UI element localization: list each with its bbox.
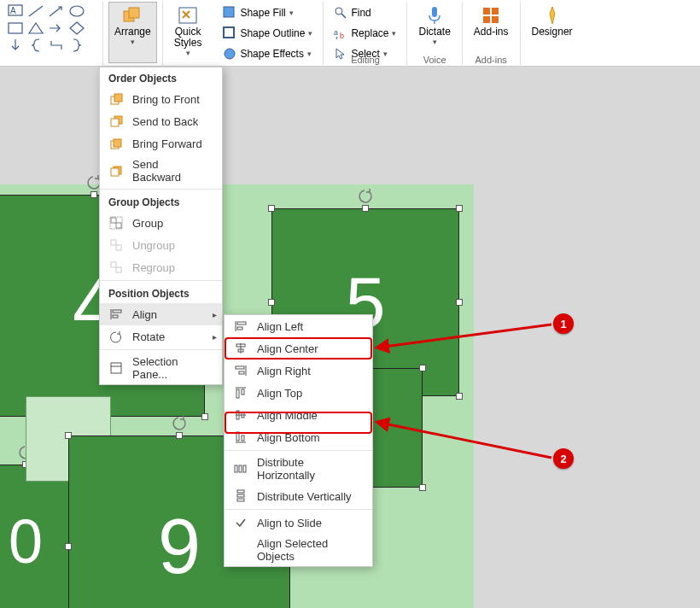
shape-outline-button[interactable]: Shape Outline ▾ bbox=[221, 24, 314, 43]
svg-rect-20 bbox=[483, 8, 490, 15]
menu-item-align-left[interactable]: Align Left bbox=[225, 315, 372, 337]
arrow-right-icon[interactable] bbox=[48, 20, 67, 36]
svg-rect-40 bbox=[113, 310, 121, 313]
align-submenu: Align Left Align Center Align Right Alig… bbox=[224, 314, 373, 567]
svg-rect-38 bbox=[116, 267, 121, 272]
selection-handle[interactable] bbox=[268, 299, 275, 306]
rotate-handle-icon[interactable] bbox=[171, 415, 188, 432]
svg-rect-67 bbox=[237, 499, 244, 501]
svg-rect-18 bbox=[432, 7, 437, 17]
group-label-editing: Editing bbox=[324, 55, 406, 65]
rotate-handle-icon[interactable] bbox=[357, 188, 374, 205]
menu-item-bring-forward[interactable]: Bring Forward bbox=[100, 132, 222, 155]
menu-item-align-middle[interactable]: Align Middle bbox=[225, 404, 372, 426]
menu-item-regroup: Regroup bbox=[100, 256, 222, 278]
ribbon: A Arrange ▾ Quick S bbox=[0, 0, 700, 67]
line-icon[interactable] bbox=[27, 3, 46, 19]
rect-icon[interactable] bbox=[7, 20, 26, 36]
brace-right-icon[interactable] bbox=[68, 38, 87, 53]
menu-item-align-top[interactable]: Align Top bbox=[225, 382, 372, 404]
regroup-icon bbox=[108, 260, 124, 275]
menu-item-align-center[interactable]: Align Center bbox=[225, 337, 372, 360]
svg-rect-41 bbox=[113, 315, 118, 318]
find-button[interactable]: Find bbox=[332, 3, 398, 22]
selection-handle[interactable] bbox=[176, 432, 183, 439]
menu-item-align-bottom[interactable]: Align Bottom bbox=[225, 426, 372, 448]
svg-rect-25 bbox=[114, 94, 122, 102]
chevron-down-icon: ▾ bbox=[131, 38, 135, 46]
svg-rect-27 bbox=[111, 119, 119, 126]
group-icon bbox=[108, 215, 124, 231]
menu-item-rotate[interactable]: Rotate ▸ bbox=[100, 325, 222, 348]
selection-handle[interactable] bbox=[65, 432, 72, 439]
shape-fill-button[interactable]: Shape Fill ▾ bbox=[221, 3, 314, 22]
svg-rect-35 bbox=[111, 240, 116, 245]
addins-button[interactable]: Add-ins bbox=[468, 2, 515, 53]
arrange-menu: Order Objects Bring to Front Send to Bac… bbox=[99, 67, 223, 385]
selection-handle[interactable] bbox=[65, 543, 72, 550]
menu-item-align-selected-objects[interactable]: Align Selected Objects bbox=[225, 534, 372, 566]
menu-item-distribute-vertically[interactable]: Distribute Vertically bbox=[225, 485, 372, 507]
connector-icon[interactable] bbox=[48, 38, 67, 53]
svg-text:a: a bbox=[334, 28, 338, 37]
oval-icon[interactable] bbox=[68, 3, 87, 19]
text-box-icon[interactable]: A bbox=[7, 3, 26, 19]
menu-item-send-backward[interactable]: Send Backward bbox=[100, 155, 222, 187]
svg-point-14 bbox=[335, 8, 342, 15]
svg-rect-23 bbox=[492, 16, 499, 23]
distribute-v-icon bbox=[233, 488, 248, 504]
svg-text:b: b bbox=[340, 32, 344, 40]
shape-fill-icon bbox=[223, 6, 236, 20]
selection-handle[interactable] bbox=[419, 365, 426, 371]
bring-forward-icon bbox=[108, 136, 124, 151]
diamond-icon[interactable] bbox=[68, 20, 87, 36]
triangle-icon[interactable] bbox=[27, 20, 46, 36]
dictate-button[interactable]: Dictate ▾ bbox=[412, 2, 456, 53]
svg-rect-31 bbox=[111, 168, 119, 176]
svg-text:A: A bbox=[10, 6, 16, 15]
svg-rect-9 bbox=[129, 8, 139, 18]
shapes-gallery[interactable]: A bbox=[5, 2, 97, 55]
svg-rect-54 bbox=[236, 389, 239, 398]
align-center-icon bbox=[233, 341, 248, 356]
selection-handle[interactable] bbox=[456, 393, 463, 400]
distribute-h-icon bbox=[233, 461, 248, 476]
svg-rect-36 bbox=[116, 245, 121, 250]
menu-item-group[interactable]: Group bbox=[100, 212, 222, 234]
quick-styles-button[interactable]: Quick Styles ▾ bbox=[168, 2, 208, 63]
selection-handle[interactable] bbox=[456, 299, 463, 306]
selection-handle[interactable] bbox=[268, 205, 275, 212]
menu-item-bring-to-front[interactable]: Bring to Front bbox=[100, 88, 222, 110]
line-arrow-icon[interactable] bbox=[48, 3, 67, 19]
menu-item-align-to-slide[interactable]: Align to Slide bbox=[225, 512, 372, 534]
selection-handle[interactable] bbox=[419, 484, 426, 491]
selection-handle[interactable] bbox=[90, 191, 97, 198]
chevron-down-icon: ▾ bbox=[307, 50, 312, 58]
selection-handle[interactable] bbox=[201, 413, 208, 420]
quick-styles-icon bbox=[178, 4, 198, 26]
menu-item-distribute-horizontally[interactable]: Distribute Horizontally bbox=[225, 453, 372, 485]
menu-item-send-to-back[interactable]: Send to Back bbox=[100, 110, 222, 132]
shape-effects-button[interactable]: Shape Effects ▾ bbox=[221, 44, 314, 63]
svg-rect-5 bbox=[9, 23, 22, 33]
arrow-down-icon[interactable] bbox=[7, 38, 26, 53]
replace-button[interactable]: ab Replace ▾ bbox=[332, 24, 398, 43]
chevron-right-icon: ▸ bbox=[213, 332, 217, 342]
arrange-button-label: Arrange bbox=[114, 26, 151, 38]
shape-fill-label: Shape Fill bbox=[240, 7, 285, 19]
chevron-down-icon: ▾ bbox=[186, 49, 190, 57]
menu-item-align[interactable]: Align ▸ bbox=[100, 303, 222, 325]
brace-left-icon[interactable] bbox=[27, 38, 46, 53]
svg-line-15 bbox=[341, 14, 346, 18]
menu-item-selection-pane[interactable]: Selection Pane... bbox=[100, 352, 222, 384]
menu-item-align-right[interactable]: Align Right bbox=[225, 360, 372, 382]
svg-marker-6 bbox=[29, 23, 43, 33]
ungroup-icon bbox=[108, 237, 124, 253]
selection-handle[interactable] bbox=[456, 205, 463, 212]
svg-rect-52 bbox=[239, 371, 244, 374]
selection-handle[interactable] bbox=[362, 205, 369, 212]
svg-rect-64 bbox=[243, 465, 246, 472]
svg-rect-65 bbox=[237, 490, 244, 493]
designer-button[interactable]: Designer bbox=[526, 2, 579, 53]
arrange-button[interactable]: Arrange ▾ bbox=[108, 2, 157, 63]
